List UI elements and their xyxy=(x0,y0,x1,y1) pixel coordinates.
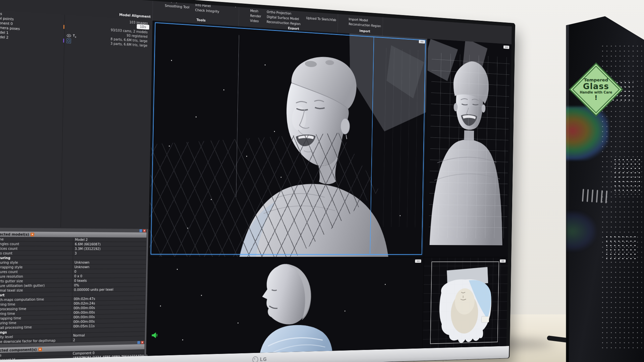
console-speaker-icon[interactable] xyxy=(151,332,158,339)
tree-item-label[interactable]: Model 2 xyxy=(0,34,8,39)
property-value: 00h:02m:24s xyxy=(72,301,95,305)
property-value: 6.6M (6616087) xyxy=(73,242,101,246)
lg-logo-icon xyxy=(252,356,258,362)
clear-selection-icon[interactable]: × xyxy=(31,233,34,236)
rgb-fan-glow xyxy=(566,211,596,251)
ortho-grid xyxy=(429,53,510,239)
tree-marker-orange xyxy=(63,25,64,29)
head-model-profile[interactable] xyxy=(259,264,334,356)
property-value: 00h:00m:00s xyxy=(72,310,95,314)
case-vents xyxy=(582,189,607,203)
reconstruction-region-box[interactable] xyxy=(151,22,426,255)
model-row-triangles-count[interactable]: Triangles count6.6M (6616087) xyxy=(0,241,146,246)
property-label: −Settings xyxy=(0,330,7,335)
pc-case-edge xyxy=(566,23,569,362)
ortho-grid xyxy=(423,258,508,348)
viewport-badge[interactable] xyxy=(415,259,421,263)
property-label: Unwrapping style xyxy=(0,265,22,269)
ribbon-group-model-alignment: Reset GroundModel Alignment xyxy=(117,0,153,20)
panel-close-icon[interactable]: × xyxy=(141,341,144,344)
ribbon-item-upload-to-sketchfab[interactable]: Upload To Sketchfab xyxy=(306,16,336,22)
property-label: −Texturing xyxy=(0,256,10,260)
property-value: Unknown xyxy=(73,260,90,264)
ribbon-item-smoothing-tool[interactable]: Smoothing Tool xyxy=(165,4,190,9)
viewport-ortho-top[interactable] xyxy=(423,258,508,348)
property-group-label: Texturing xyxy=(0,256,10,260)
property-label: Parts count xyxy=(0,251,12,255)
ribbon-group-import: Import ModelReconstruction RegionImport xyxy=(347,12,383,36)
model-icon[interactable] xyxy=(66,39,71,43)
panel-close-icon[interactable]: × xyxy=(143,229,146,232)
property-value: 2 xyxy=(71,338,75,342)
tree-item-label[interactable]: Images xyxy=(0,11,2,16)
property-label: Vertices count xyxy=(0,246,17,250)
property-value: Model 2 xyxy=(73,237,88,241)
property-label: Overall processing time xyxy=(0,325,32,330)
property-label: Depth-maps computation time xyxy=(0,297,44,302)
viewport-3d-right[interactable] xyxy=(424,39,512,257)
tempered-glass-sticker: Tempered Glass Handle with Care ! xyxy=(571,64,621,115)
property-label: Texture resolution xyxy=(0,274,23,278)
panel-dock-icon[interactable] xyxy=(140,229,142,232)
property-label: Texturing style xyxy=(0,260,18,264)
property-label: Name xyxy=(0,237,4,241)
property-value: Component 0 xyxy=(71,351,95,355)
ribbon-item-unwrap[interactable]: Unwrap xyxy=(225,3,237,8)
tree-marker-purple xyxy=(63,39,64,43)
model-row-vertices-count[interactable]: Vertices count3.3M (3312192) xyxy=(0,246,146,251)
lg-logo-text: LG xyxy=(260,356,267,362)
model-row-parts-count[interactable]: Parts count3 xyxy=(0,251,146,255)
property-label: Coloring time xyxy=(0,311,15,316)
property-value: 00h:02m:47s xyxy=(72,297,95,301)
property-value: 3.3M (3312192) xyxy=(73,246,101,250)
viewport-badge[interactable] xyxy=(503,46,509,49)
tree-column-divider[interactable] xyxy=(61,15,65,227)
model-row-icons[interactable]: Tx xyxy=(67,34,76,38)
eye-icon[interactable] xyxy=(67,34,71,38)
viewport-badge[interactable] xyxy=(500,259,505,262)
clear-selection-icon[interactable]: × xyxy=(38,347,42,351)
selected-model-title: Selected model(s) xyxy=(0,232,29,237)
viewport-3d-bottom[interactable] xyxy=(147,258,424,356)
property-value: 00h:05m:11s xyxy=(72,324,95,328)
property-label: Unwrapping time xyxy=(0,316,21,320)
monitor: Reset GroundModel AlignmentSimplify Tool… xyxy=(0,0,515,362)
property-label: Meshing time xyxy=(0,302,15,306)
sticker-line2: Glass xyxy=(578,82,614,90)
panel-dock-icon[interactable] xyxy=(137,341,140,344)
ribbon-item-render[interactable]: Render xyxy=(250,14,261,18)
property-label: Name xyxy=(0,353,1,357)
model-row-texturing-style[interactable]: Texturing styleUnknown xyxy=(0,260,146,265)
viewport-grid xyxy=(147,21,512,356)
energy-label-sticker xyxy=(482,316,489,322)
unit-badge[interactable]: 1Ds xyxy=(137,24,149,30)
property-value: 0% xyxy=(72,283,79,287)
property-label: Texturing time xyxy=(0,320,16,325)
bottom-3d-scene xyxy=(147,258,424,356)
property-value: Unknown xyxy=(73,265,90,269)
property-value: Normal xyxy=(71,333,85,338)
property-group-label: Report xyxy=(0,293,5,297)
property-label: −Report xyxy=(0,293,5,297)
ribbon-item-reset-ground[interactable]: Reset Ground xyxy=(119,0,142,1)
model-row-texturing[interactable]: −Texturing xyxy=(0,255,146,260)
property-value: 00h:00m:00s xyxy=(72,319,95,323)
texture-icon[interactable]: Tx xyxy=(73,34,76,38)
property-label: Quality level xyxy=(0,335,13,339)
property-label: Optimal texel size xyxy=(0,288,23,292)
screen: Reset GroundModel AlignmentSimplify Tool… xyxy=(0,0,512,361)
viewport-badge[interactable] xyxy=(419,40,425,44)
ribbon-item-check-integrity[interactable]: Check Integrity xyxy=(195,8,219,14)
property-value: 0.000000 units per texel xyxy=(72,287,114,292)
tree-item-label[interactable]: Model 1 xyxy=(0,30,9,35)
property-label: Textures count xyxy=(0,269,18,274)
property-value: 0 x 0 xyxy=(73,274,83,278)
pc-case: Tempered Glass Handle with Care ! xyxy=(563,0,644,362)
property-value: 0 xyxy=(73,269,76,274)
case-perforation xyxy=(613,158,640,194)
ribbon-item-mesh[interactable]: Mesh xyxy=(250,9,261,13)
property-value: 00h:00m:00s xyxy=(72,306,95,310)
property-label: Texture utilization (with gutter) xyxy=(0,283,45,288)
ribbon-item-info-panel[interactable]: Info Panel xyxy=(195,3,219,9)
viewport-3d-main[interactable] xyxy=(149,21,427,257)
